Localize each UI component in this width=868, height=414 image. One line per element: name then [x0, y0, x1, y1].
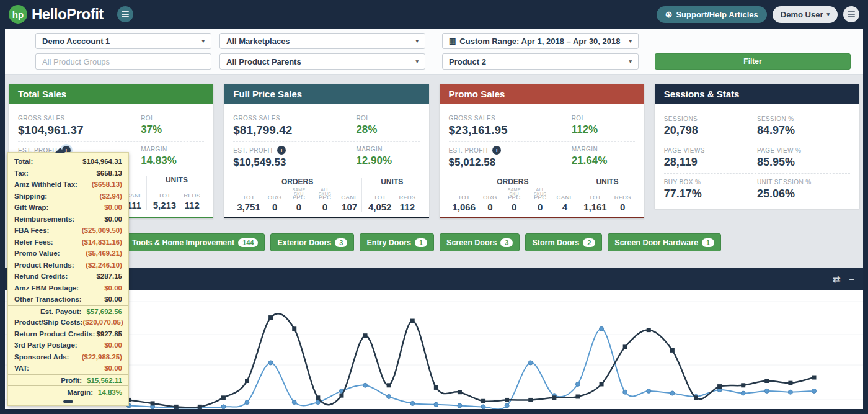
tooltip-row-label: Est. Payout:: [40, 308, 81, 315]
info-icon[interactable]: i: [277, 146, 286, 155]
units-col-value: 112: [399, 202, 415, 212]
chevron-down-icon: ▾: [629, 38, 632, 44]
sessions-stat-value: 25.06%: [757, 187, 850, 200]
product-group-button[interactable]: Screen Door Hardware1: [608, 233, 721, 251]
units-group: UNITSTOT4,052RFDS112: [361, 178, 420, 212]
series-dark-navy-marker: [528, 398, 533, 402]
series-dark-navy-marker: [339, 394, 343, 398]
sessions-stat-value: 77.17%: [664, 187, 757, 200]
series-dark-navy-marker: [458, 390, 462, 394]
tooltip-row-value: $0.00: [104, 204, 122, 211]
orders-col-label: PPC: [289, 194, 308, 200]
units-group: UNITSTOT5,213RFDS112: [146, 176, 205, 210]
user-menu-button[interactable]: Demo User ▾: [773, 6, 838, 23]
roi-label: ROI: [141, 115, 204, 122]
hamburger-icon: [122, 11, 129, 12]
logo[interactable]: hp HelloProfit: [9, 5, 104, 24]
series-dark-navy-marker: [268, 315, 273, 320]
sessions-row-2: BUY BOX %77.17%UNIT SESSION %25.06%: [664, 174, 850, 205]
metrics-row-2: EST. PROFITi$10,549.53MARGIN12.90%: [233, 141, 419, 173]
product-group-button[interactable]: Tools & Home Improvement144: [125, 233, 265, 251]
product-group-count-badge: 2: [583, 238, 595, 247]
orders-col-label: ORG: [483, 194, 497, 200]
tooltip-row: Other Transactions:$0.00: [8, 294, 128, 305]
orders-col-sublabel: [453, 187, 476, 193]
units-col-label: RFDS: [614, 194, 631, 200]
support-help-button[interactable]: ⊛ Support/Help Articles: [657, 6, 767, 23]
series-dark-navy-marker: [174, 405, 179, 409]
tooltip-row-label: Shipping:: [14, 192, 47, 200]
tooltip-row-value: ($2,246.10): [86, 261, 122, 269]
product-group-button[interactable]: Exterior Doors3: [270, 233, 354, 251]
chart-panel-header: ⇄ −: [5, 268, 863, 290]
series-dark-navy-marker: [151, 401, 155, 405]
sessions-stat-label: SESSIONS: [664, 115, 757, 122]
orders-columns: TOT1,066ORG0SAME SKUPPC0ALL SKUSPPC0CANL…: [449, 187, 577, 212]
orders-col-value: 107: [341, 202, 358, 212]
series-light-blue-marker: [647, 389, 651, 393]
calendar-icon: ▦: [449, 37, 456, 45]
orders-col-ppc: SAME SKUPPC0: [501, 187, 528, 212]
orders-col-label: CANL: [341, 194, 358, 200]
card-title: Full Price Sales: [224, 84, 428, 104]
series-dark-navy-marker: [198, 405, 202, 409]
tooltip-row: Amz Withheld Tax:($658.13): [8, 179, 128, 191]
orders-col-tot: TOT3,751: [233, 187, 264, 212]
series-dark-navy-marker: [505, 398, 509, 402]
product-groups-input[interactable]: [42, 57, 205, 66]
tooltip-row-value: ($25,009.50): [82, 227, 122, 234]
product-groups-field[interactable]: [35, 53, 211, 70]
collapse-panel-icon[interactable]: −: [849, 274, 854, 284]
product-parents-select[interactable]: All Product Parents ▾: [219, 53, 425, 70]
swap-axes-icon[interactable]: ⇄: [833, 274, 841, 284]
series-light-blue-marker: [410, 401, 415, 405]
units-col-value: 5,213: [153, 200, 177, 210]
units-col-tot: TOT5,213: [149, 186, 180, 210]
tooltip-row-value: $0.00: [104, 284, 122, 292]
tooltip-row-label: Tax:: [14, 169, 29, 177]
roi-value: 28%: [356, 124, 419, 136]
product-group-count-badge: 1: [702, 238, 714, 247]
est-profit-value: $10,549.53: [233, 156, 356, 169]
chevron-down-icon: ▾: [202, 38, 205, 44]
tooltip-row-label: Product Refunds:: [14, 261, 74, 269]
orders-col-value: 0: [316, 202, 334, 212]
series-dark-navy-marker: [670, 348, 675, 353]
series-dark-navy-marker: [647, 328, 651, 332]
orders-col-value: 0: [289, 202, 308, 212]
sessions-stat: BUY BOX %77.17%: [664, 179, 757, 200]
product-group-button[interactable]: Storm Doors2: [525, 233, 602, 251]
nav-hamburger-button[interactable]: [843, 6, 859, 22]
marketplaces-select[interactable]: All Marketplaces ▾: [219, 33, 425, 49]
product-group-label: Storm Doors: [532, 238, 579, 247]
product-group-button[interactable]: Entry Doors1: [360, 233, 434, 251]
date-range-value: Custom Range: Apr 1, 2018 – Apr 30, 2018: [459, 37, 620, 46]
series-dark-navy-marker: [221, 395, 226, 400]
date-range-select[interactable]: ▦ Custom Range: Apr 1, 2018 – Apr 30, 20…: [442, 33, 639, 49]
tooltip-handle[interactable]: [63, 400, 73, 403]
margin-metric: MARGIN21.64%: [572, 142, 635, 173]
sessions-stat-value: 84.97%: [757, 124, 850, 137]
filter-button[interactable]: Filter: [655, 53, 851, 70]
units-col-value: 112: [184, 200, 200, 210]
info-icon[interactable]: i: [492, 146, 501, 155]
units-header: UNITS: [365, 178, 420, 187]
product-group-button[interactable]: Screen Doors3: [440, 233, 520, 251]
product-select[interactable]: Product 2 ▾: [442, 53, 639, 70]
sessions-row-1: PAGE VIEWS28,119PAGE VIEW %85.95%: [664, 142, 850, 174]
account-select[interactable]: Demo Acccount 1 ▾: [35, 33, 211, 49]
series-dark-navy-marker: [481, 399, 485, 403]
sessions-stat: SESSIONS20,798: [664, 115, 757, 137]
units-col-tot: TOT1,161: [580, 187, 611, 212]
series-light-blue-marker: [670, 391, 675, 395]
filter-bar: Demo Acccount 1 ▾ All Marketplaces ▾ ▦ C…: [5, 29, 863, 75]
sessions-stat-label: SESSION %: [757, 115, 850, 122]
tooltip-row: Reimbursements:$0.00: [8, 214, 128, 225]
gross-sales-value: $81,799.42: [233, 124, 356, 137]
nav-menu-button[interactable]: [117, 6, 133, 22]
units-col-label: TOT: [153, 192, 177, 199]
sessions-stats-card: Sessions & StatsSESSIONS20,798SESSION %8…: [655, 84, 859, 209]
margin-label: MARGIN: [141, 146, 204, 153]
tooltip-row: Refund Credits:$287.15: [8, 271, 128, 282]
units-col-sublabel: [184, 186, 200, 191]
